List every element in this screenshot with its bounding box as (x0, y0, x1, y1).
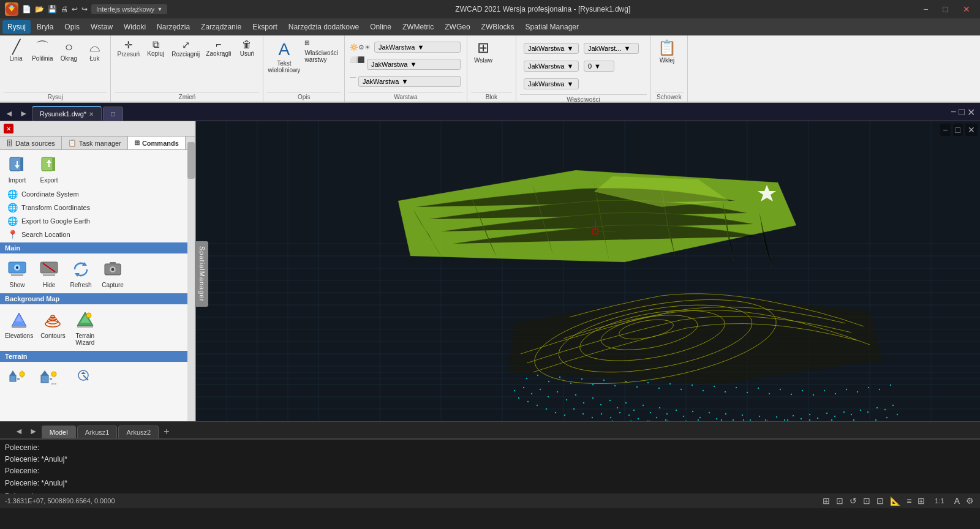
drawing-close[interactable]: ✕ (967, 107, 975, 118)
qa-new[interactable]: 📄 (22, 5, 31, 13)
menu-search-location[interactable]: 📍 Search Location (0, 228, 195, 241)
menu-item-online[interactable]: Online (365, 20, 396, 34)
terrain-btn3[interactable] (69, 367, 93, 389)
ribbon-btn-wstaw[interactable]: ⊞ Wstaw (471, 38, 496, 65)
model-tabs-nav-prev[interactable]: ◄ (12, 424, 26, 438)
ribbon-btn-usun[interactable]: 🗑 Usuń (235, 38, 259, 58)
menu-transform-coordinates[interactable]: 🌐 Transform Coordinates (0, 201, 195, 214)
drawing-minimize[interactable]: − (951, 107, 956, 118)
ribbon-btn-wymiar[interactable]: ⊞ (302, 38, 340, 47)
add-tab-button[interactable]: + (160, 425, 173, 438)
ribbon-btn-zaokragli[interactable]: ⌐ Zaokrągli (203, 38, 233, 58)
viewport-maximize[interactable]: □ (953, 124, 963, 136)
qa-print[interactable]: 🖨 (61, 5, 68, 13)
search-location-icon: 📍 (7, 230, 18, 239)
ribbon-btn-przesuń[interactable]: ✛ Przesuń (115, 38, 142, 59)
qa-save[interactable]: 💾 (48, 5, 57, 13)
export-button[interactable]: Export (37, 154, 61, 184)
panel-tab-datasources[interactable]: 🗄 Data sources (0, 137, 62, 149)
tabs-nav-arrow[interactable]: ◄ (2, 106, 16, 121)
hide-button[interactable]: Hide (37, 258, 61, 288)
model-tab-model[interactable]: Model (42, 426, 76, 438)
ribbon-btn-polilinia[interactable]: ⌒ Polilinia (29, 38, 55, 63)
ribbon-btn-wklej[interactable]: 📋 Wklej (655, 38, 679, 65)
model-icon[interactable]: ⊞ (916, 495, 926, 507)
menu-item-zwgeo[interactable]: ZWGeo (440, 20, 475, 34)
qa-open[interactable]: 📂 (35, 5, 44, 13)
model-tab-arkusz2[interactable]: Arkusz2 (118, 426, 159, 438)
menu-item-narzędzia-dodatkowe[interactable]: Narzędzia dodatkowe (284, 20, 364, 34)
warstwa-color-dropdown[interactable]: JakWarstwa ▼ (367, 59, 461, 70)
interface-selector[interactable]: Interfejs wstążkowy ▼ (91, 4, 167, 14)
zoom-icon[interactable]: A (953, 495, 961, 507)
scrollbar-thumb[interactable] (187, 142, 195, 179)
spatial-manager-vertical-tab[interactable]: SpatialManager (196, 241, 208, 307)
google-earth-icon: 🌐 (7, 216, 18, 226)
w-dropdown4[interactable]: JakWarstwa ▼ (524, 78, 579, 89)
model-tabs-nav-next[interactable]: ► (27, 424, 40, 438)
polar-icon[interactable]: ⊡ (862, 495, 872, 507)
warstwa-line-dropdown[interactable]: JakWarstwa ▼ (358, 76, 461, 87)
menu-item-wstaw[interactable]: Wstaw (86, 20, 118, 34)
contours-button[interactable]: Contours (40, 309, 66, 346)
osnap-icon[interactable]: ⊡ (875, 495, 885, 507)
cmdline-input-field[interactable] (42, 492, 975, 493)
menu-item-zwmetric[interactable]: ZWMetric (398, 20, 439, 34)
w-dropdown2[interactable]: JakWarst... ▼ (584, 43, 639, 54)
draw-tab-icon[interactable]: □ (103, 107, 123, 121)
menu-item-widoki[interactable]: Widoki (119, 20, 151, 34)
model-tab-arkusz1[interactable]: Arkusz1 (77, 426, 118, 438)
panel-close-button[interactable]: ✕ (4, 124, 13, 133)
snap-icon[interactable]: ⊡ (835, 495, 845, 507)
w-dropdown1[interactable]: JakWarstwa ▼ (524, 43, 579, 54)
close-button[interactable]: ✕ (958, 3, 975, 15)
viewport-close[interactable]: ✕ (965, 124, 978, 136)
ribbon-btn-luk[interactable]: ⌓ Łuk (82, 38, 107, 63)
draw-tab-close[interactable]: ✕ (89, 111, 94, 118)
panel-tab-commands[interactable]: ⊞ Commands (128, 137, 186, 149)
ribbon-btn-wlasciwosci[interactable]: Właściwościwarstwy (302, 48, 340, 64)
menu-export-google-earth[interactable]: 🌐 Export to Google Earth (0, 214, 195, 228)
settings-icon[interactable]: ⚙ (965, 495, 975, 507)
w-dropdown3[interactable]: JakWarstwa ▼ (524, 61, 579, 72)
menu-item-rysuj[interactable]: Rysuj (2, 20, 31, 34)
menu-coordinate-system[interactable]: 🌐 Coordinate System (0, 187, 195, 201)
terrain-wizard-button[interactable]: TerrainWizard (73, 309, 97, 346)
refresh-button[interactable]: Refresh (69, 258, 93, 288)
viewport-minimize[interactable]: − (940, 124, 950, 136)
menu-item-spatial-manager[interactable]: Spatial Manager (521, 20, 584, 34)
ortho-icon[interactable]: ↺ (848, 495, 858, 507)
tabs-nav-arrow-right[interactable]: ► (17, 106, 31, 121)
elevations-button[interactable]: Elevations (5, 309, 33, 346)
maximize-button[interactable]: □ (938, 3, 953, 15)
viewport-3d[interactable]: − □ ✕ (196, 121, 980, 421)
menu-item-eksport[interactable]: Eksport (247, 20, 282, 34)
menu-item-opis[interactable]: Opis (59, 20, 85, 34)
terrain-btn2[interactable] (37, 367, 61, 389)
qa-undo[interactable]: ↩ (72, 5, 78, 13)
ribbon-btn-kopiuj[interactable]: ⧉ Kopiuj (143, 38, 168, 58)
terrain-btn1[interactable] (5, 367, 29, 389)
import-button[interactable]: Import (5, 154, 29, 184)
lineweight-icon[interactable]: 📐 (889, 495, 902, 507)
drawing-restore[interactable]: □ (959, 107, 965, 118)
ribbon-btn-tekst[interactable]: A Tekstwieloliniowy (267, 38, 301, 75)
menu-item-zwblocks[interactable]: ZWBlocks (477, 20, 519, 34)
minimize-button[interactable]: − (918, 3, 933, 15)
warstwa-dropdown[interactable]: JakWarstwa ▼ (374, 42, 461, 53)
ribbon-btn-linia[interactable]: ╱ Linia (4, 38, 28, 63)
show-button[interactable]: Show (5, 258, 29, 288)
ribbon-btn-rozciagnij[interactable]: ⤢ Rozciągnij (169, 38, 202, 59)
panel-tab-taskmanager[interactable]: 📋 Task manager (62, 137, 128, 149)
linewidth-icon[interactable]: ≡ (905, 495, 913, 507)
draw-tab-rysunek1[interactable]: Rysunek1.dwg* ✕ (32, 106, 102, 121)
menu-item-bryła[interactable]: Bryła (32, 20, 58, 34)
qa-redo[interactable]: ↪ (81, 5, 88, 13)
panel-scrollbar[interactable] (187, 140, 195, 421)
menu-item-zarządzanie[interactable]: Zarządzanie (196, 20, 246, 34)
menu-item-narzędzia[interactable]: Narzędzia (152, 20, 195, 34)
grid-icon[interactable]: ⊞ (821, 495, 831, 507)
capture-button[interactable]: Capture (100, 258, 125, 288)
ribbon-btn-okrag[interactable]: ○ Okrąg (56, 38, 81, 63)
w-input-zero[interactable]: 0 ▼ (584, 61, 614, 72)
